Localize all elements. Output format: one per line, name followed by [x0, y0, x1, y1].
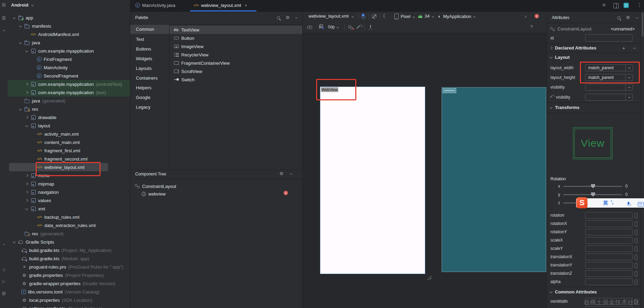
tree-item-activity-main[interactable]: </>activity_main.xml [8, 130, 130, 138]
tree-item-gradle-wrapper[interactable]: ⚙gradle-wrapper.properties(Gradle Versio… [8, 279, 130, 288]
tree-item-build-gradle-project[interactable]: build.gradle.kts(Project: My_Application… [8, 246, 130, 254]
night-mode-icon[interactable]: ☾ [383, 13, 387, 19]
add-attribute-icon[interactable]: + [622, 45, 625, 51]
tree-item-manifests[interactable]: manifests [8, 22, 130, 30]
help-icon[interactable]: ? [530, 24, 533, 29]
constraint-bracket-icon[interactable] [635, 238, 637, 243]
chevron-down-icon[interactable] [25, 207, 28, 210]
default-margins-selector[interactable]: 0dp [328, 25, 339, 29]
tab-mainactivity[interactable]: C MainActivity.java [135, 0, 175, 10]
design-blueprint-mode-icon[interactable] [360, 13, 366, 19]
project-stripe-icon[interactable]: ▤ [0, 2, 8, 7]
project-view-selector[interactable]: Android [11, 2, 36, 8]
chevron-right-icon[interactable] [25, 116, 28, 119]
tools-visibility-dropdown[interactable] [585, 94, 633, 101]
structure-stripe-icon[interactable]: ▥ [0, 15, 8, 20]
translationz-input[interactable] [585, 270, 633, 277]
scalex-input[interactable] [585, 237, 633, 244]
chevron-right-icon[interactable] [25, 199, 28, 202]
chevron-down-icon[interactable] [19, 25, 22, 28]
more-stripe-icon[interactable]: • [0, 28, 8, 33]
palette-category-layouts[interactable]: Layouts [130, 63, 169, 73]
chevron-right-icon[interactable] [25, 182, 28, 185]
tree-item-layout[interactable]: layout [8, 121, 130, 130]
gear-icon[interactable]: ⚙ [286, 15, 290, 20]
constraint-bracket-icon[interactable] [635, 255, 637, 260]
palette-item-imageview[interactable]: ImageView [169, 42, 303, 51]
tree-item-secondfragment[interactable]: CSecondFragment [8, 72, 130, 80]
chevron-down-icon[interactable] [19, 41, 22, 44]
tree-item-androidmanifest[interactable]: </>AndroidManifest.xml [8, 30, 130, 38]
rotationx-input[interactable] [585, 220, 633, 227]
build-stripe-icon[interactable]: ◇ [0, 267, 8, 272]
chevron-right-icon[interactable] [25, 91, 28, 94]
layout-windows-icon[interactable] [613, 3, 619, 8]
declared-attributes-section[interactable]: Declared Attributes [550, 45, 596, 51]
blueprint-preview[interactable]: webview [442, 87, 546, 272]
alpha-input[interactable] [585, 279, 633, 285]
tree-item-navigation[interactable]: navigation [8, 188, 130, 196]
palette-category-text[interactable]: Text [130, 34, 169, 44]
blueprint-webview-label[interactable]: webview [443, 88, 456, 93]
api-selector[interactable]: 34 [418, 13, 434, 19]
tree-item-content-main[interactable]: </>content_main.xml [8, 138, 130, 146]
palette-item-fragmentcontainerview[interactable]: FragmentContainerView [169, 59, 303, 67]
tree-item-data-extraction-rules[interactable]: </>data_extraction_rules.xml [8, 221, 130, 229]
run-stripe-icon[interactable]: ▷ [0, 279, 8, 284]
hide-icon[interactable]: − [290, 171, 293, 176]
keyboard-icon[interactable] [638, 202, 644, 207]
chevron-down-icon[interactable] [25, 124, 28, 127]
theme-selector[interactable]: ◐ MyApplication [438, 13, 476, 19]
rotationy-input[interactable] [585, 229, 633, 235]
tree-item-libs-versions[interactable]: Tlibs.versions.toml(Version Catalog) [8, 288, 130, 296]
tree-item-res[interactable]: res [8, 105, 130, 113]
next-attribute-input[interactable] [585, 306, 633, 308]
constraint-bracket-icon[interactable] [635, 271, 637, 277]
chevron-right-icon[interactable] [25, 174, 28, 177]
tree-item-fragment-first[interactable]: </>fragment_first.xml [8, 146, 130, 155]
error-badge-icon[interactable]: ! [284, 191, 288, 195]
palette-item-button[interactable]: Button [169, 34, 303, 42]
palette-category-containers[interactable]: Containers [130, 73, 169, 83]
chevron-down-icon[interactable] [19, 108, 22, 111]
translationx-input[interactable] [585, 254, 633, 260]
tree-item-mainactivity[interactable]: CMainActivity [8, 63, 130, 72]
design-preview[interactable]: WebView [320, 87, 425, 274]
chevron-down-icon[interactable] [25, 49, 28, 53]
dropdown-cell[interactable] [625, 94, 633, 100]
palette-category-widgets[interactable]: Widgets [130, 54, 169, 63]
palette-item-recyclerview[interactable]: RecyclerView [169, 51, 303, 59]
ime-punctuation-icon[interactable]: ’, [611, 199, 613, 205]
tree-item-proguard-rules[interactable]: ≡proguard-rules.pro(ProGuard Rules for "… [8, 263, 130, 271]
palette-category-helpers[interactable]: Helpers [130, 83, 169, 92]
constraint-bracket-icon[interactable] [635, 213, 637, 218]
clear-constraints-icon[interactable]: × [348, 25, 354, 29]
tree-item-local-properties[interactable]: ⚙local.properties(SDK Location) [8, 296, 130, 304]
palette-category-buttons[interactable]: Buttons [130, 44, 169, 54]
view-options-icon[interactable] [307, 25, 312, 29]
translationy-input[interactable] [585, 262, 633, 269]
constraint-bracket-icon[interactable] [635, 263, 637, 268]
baseline-icon[interactable] [368, 25, 373, 29]
microphone-icon[interactable] [627, 202, 630, 206]
close-icon[interactable]: × [245, 3, 247, 8]
design-file-selector[interactable]: webview_layout.xml [308, 13, 354, 19]
search-icon[interactable] [617, 16, 622, 21]
chevron-down-icon[interactable] [13, 241, 16, 244]
hide-icon[interactable]: − [636, 15, 638, 20]
palette-category-legacy[interactable]: Legacy [130, 102, 169, 112]
tree-item-backup-rules[interactable]: </>backup_rules.xml [8, 213, 130, 221]
canvas-resize-handle[interactable] [426, 274, 432, 281]
tree-item-package-test[interactable]: com.example.myapplication(test) [8, 88, 130, 97]
tree-item-app[interactable]: app [8, 13, 130, 22]
palette-category-google[interactable]: Google [130, 92, 169, 102]
palette-category-common[interactable]: Common [130, 24, 169, 34]
tree-item-package[interactable]: com.example.myapplication [8, 47, 130, 55]
tree-item-java[interactable]: java [8, 38, 130, 47]
device-selector[interactable]: Pixel [394, 13, 415, 19]
tree-item-res-generated[interactable]: res(generated) [8, 229, 130, 238]
constraint-bracket-icon[interactable] [635, 280, 637, 285]
component-tree-row-webview[interactable]: webview [141, 190, 279, 198]
common-attributes-section[interactable]: Common Attributes [550, 289, 597, 295]
constraint-bracket-icon[interactable] [635, 246, 637, 252]
